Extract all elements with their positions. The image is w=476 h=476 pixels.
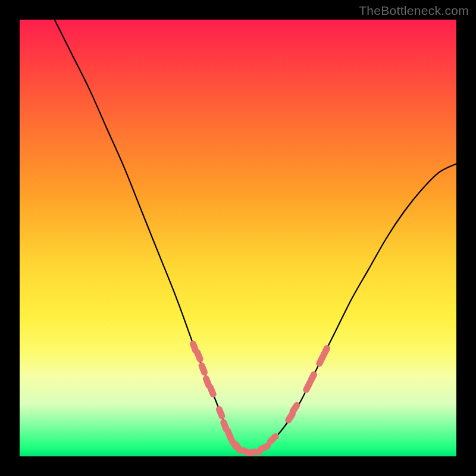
curve-marker	[219, 409, 222, 416]
curve-marker	[293, 405, 297, 411]
plot-area	[20, 20, 456, 456]
curve-marker	[261, 446, 268, 449]
curve-marker	[320, 357, 322, 364]
curve-marker	[311, 375, 314, 381]
curve-marker	[271, 436, 276, 441]
bottleneck-curve	[55, 20, 456, 453]
curve-marker	[236, 444, 240, 450]
curve-marker	[193, 344, 196, 350]
curve-markers	[193, 344, 327, 453]
chart-svg	[20, 20, 456, 456]
chart-stage: TheBottleneck.com	[0, 0, 476, 476]
curve-marker	[202, 366, 204, 372]
curve-marker	[198, 353, 201, 359]
curve-marker	[224, 422, 226, 429]
curve-marker	[324, 349, 327, 355]
watermark-text: TheBottleneck.com	[359, 4, 469, 18]
curve-marker	[306, 383, 309, 390]
curve-marker	[206, 379, 208, 386]
curve-marker	[211, 387, 214, 394]
curve-marker	[289, 414, 293, 420]
curve-marker	[228, 431, 230, 438]
